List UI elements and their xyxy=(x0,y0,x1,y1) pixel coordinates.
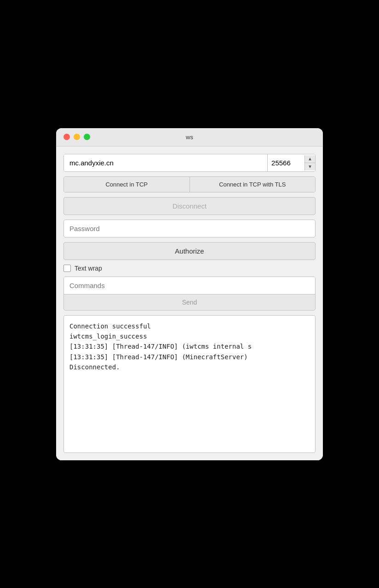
port-input[interactable] xyxy=(268,154,304,171)
commands-container: Send xyxy=(63,277,316,311)
window-controls xyxy=(63,134,90,140)
minimize-button[interactable] xyxy=(74,134,80,140)
authorize-button[interactable]: Authorize xyxy=(63,242,316,260)
port-down-button[interactable]: ▼ xyxy=(305,163,315,170)
main-content: ▲ ▼ Connect in TCP Connect in TCP with T… xyxy=(56,147,323,460)
titlebar: ws xyxy=(56,128,323,147)
password-input[interactable] xyxy=(63,220,316,237)
textwrap-checkbox[interactable] xyxy=(63,265,71,272)
port-up-button[interactable]: ▲ xyxy=(305,155,315,163)
close-button[interactable] xyxy=(63,134,70,140)
textwrap-row: Text wrap xyxy=(63,265,316,272)
window-title: ws xyxy=(186,134,193,141)
connect-buttons-row: Connect in TCP Connect in TCP with TLS xyxy=(63,176,316,192)
port-container: ▲ ▼ xyxy=(267,154,315,171)
disconnect-button[interactable]: Disconnect xyxy=(63,197,316,215)
maximize-button[interactable] xyxy=(84,134,90,140)
port-spinners: ▲ ▼ xyxy=(304,155,315,170)
app-window: ws ▲ ▼ Connect in TCP Connect in TCP wit… xyxy=(56,128,323,460)
connect-tls-button[interactable]: Connect in TCP with TLS xyxy=(190,177,316,192)
connect-tcp-button[interactable]: Connect in TCP xyxy=(64,177,190,192)
host-port-row: ▲ ▼ xyxy=(63,154,316,172)
host-input[interactable] xyxy=(64,154,267,171)
output-area: Connection successful iwtcms_login_succe… xyxy=(63,315,316,453)
textwrap-label[interactable]: Text wrap xyxy=(75,265,102,272)
send-button[interactable]: Send xyxy=(64,294,315,310)
commands-input[interactable] xyxy=(64,277,315,294)
